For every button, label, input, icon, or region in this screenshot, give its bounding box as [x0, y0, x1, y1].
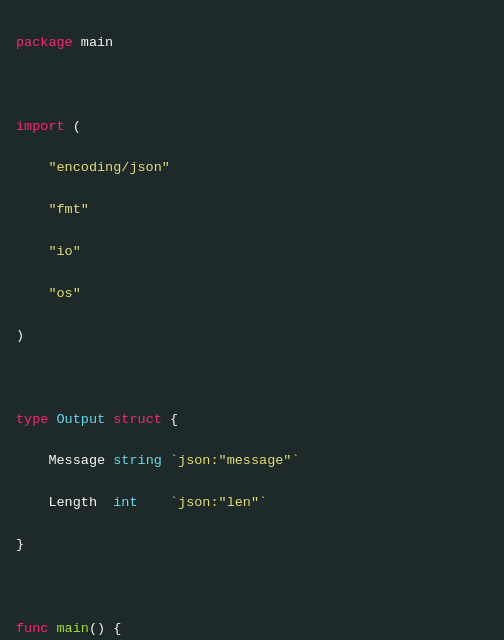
line-8: ) [16, 326, 488, 347]
line-2 [16, 75, 488, 96]
line-10: type Output struct { [16, 410, 488, 431]
line-4: "encoding/json" [16, 158, 488, 179]
line-9 [16, 368, 488, 389]
line-14 [16, 577, 488, 598]
line-7: "os" [16, 284, 488, 305]
line-12: Length int `json:"len"` [16, 493, 488, 514]
line-3: import ( [16, 117, 488, 138]
line-5: "fmt" [16, 200, 488, 221]
line-13: } [16, 535, 488, 556]
line-6: "io" [16, 242, 488, 263]
code-editor: package main import ( "encoding/json" "f… [16, 12, 488, 640]
line-11: Message string `json:"message"` [16, 451, 488, 472]
line-1: package main [16, 33, 488, 54]
line-15: func main() { [16, 619, 488, 640]
